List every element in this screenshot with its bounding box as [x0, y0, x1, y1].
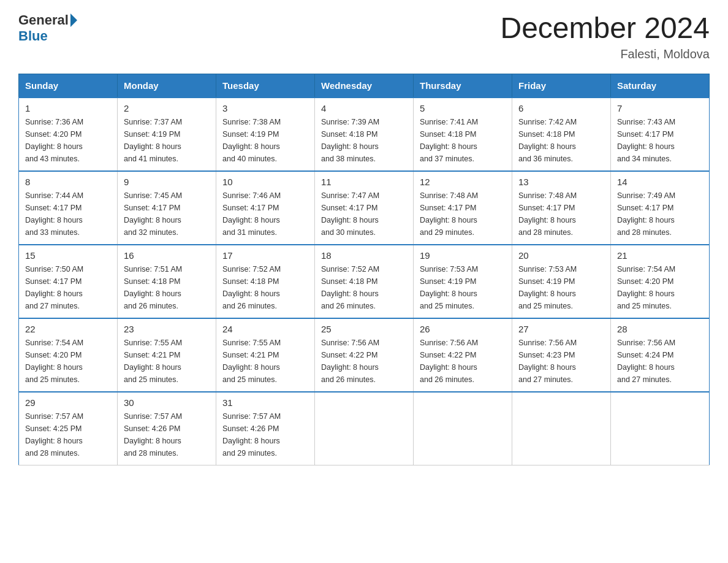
calendar-week-row: 1 Sunrise: 7:36 AM Sunset: 4:20 PM Dayli…: [19, 98, 710, 171]
day-number: 19: [420, 250, 506, 261]
day-info: Sunrise: 7:55 AM Sunset: 4:21 PM Dayligh…: [124, 337, 210, 386]
calendar-day-cell: 8 Sunrise: 7:44 AM Sunset: 4:17 PM Dayli…: [19, 171, 118, 245]
calendar-week-row: 15 Sunrise: 7:50 AM Sunset: 4:17 PM Dayl…: [19, 245, 710, 318]
day-info: Sunrise: 7:46 AM Sunset: 4:17 PM Dayligh…: [222, 190, 308, 239]
day-info: Sunrise: 7:54 AM Sunset: 4:20 PM Dayligh…: [617, 263, 703, 312]
day-info: Sunrise: 7:48 AM Sunset: 4:17 PM Dayligh…: [518, 190, 604, 239]
calendar-day-cell: 4 Sunrise: 7:39 AM Sunset: 4:18 PM Dayli…: [315, 98, 414, 171]
calendar-day-cell: 12 Sunrise: 7:48 AM Sunset: 4:17 PM Dayl…: [414, 171, 512, 245]
day-info: Sunrise: 7:56 AM Sunset: 4:22 PM Dayligh…: [420, 337, 506, 386]
day-info: Sunrise: 7:54 AM Sunset: 4:20 PM Dayligh…: [25, 337, 111, 386]
header-day-friday: Friday: [512, 74, 611, 98]
calendar-day-cell: 18 Sunrise: 7:52 AM Sunset: 4:18 PM Dayl…: [315, 245, 414, 318]
calendar-day-cell: 21 Sunrise: 7:54 AM Sunset: 4:20 PM Dayl…: [611, 245, 710, 318]
day-number: 15: [25, 250, 111, 261]
day-info: Sunrise: 7:41 AM Sunset: 4:18 PM Dayligh…: [420, 116, 506, 165]
logo-general-text: General: [18, 12, 69, 28]
day-number: 24: [222, 324, 308, 334]
calendar-day-cell: 2 Sunrise: 7:37 AM Sunset: 4:19 PM Dayli…: [118, 98, 216, 171]
day-number: 22: [25, 324, 111, 334]
calendar-day-cell: 26 Sunrise: 7:56 AM Sunset: 4:22 PM Dayl…: [414, 318, 512, 392]
day-number: 21: [617, 250, 703, 261]
header-day-tuesday: Tuesday: [216, 74, 315, 98]
day-number: 2: [124, 103, 210, 113]
calendar-day-cell: 17 Sunrise: 7:52 AM Sunset: 4:18 PM Dayl…: [216, 245, 315, 318]
day-number: 4: [321, 103, 407, 113]
day-info: Sunrise: 7:55 AM Sunset: 4:21 PM Dayligh…: [222, 337, 308, 386]
day-number: 7: [617, 103, 703, 113]
day-info: Sunrise: 7:44 AM Sunset: 4:17 PM Dayligh…: [25, 190, 111, 239]
day-info: Sunrise: 7:42 AM Sunset: 4:18 PM Dayligh…: [518, 116, 604, 165]
calendar-day-cell: 19 Sunrise: 7:53 AM Sunset: 4:19 PM Dayl…: [414, 245, 512, 318]
calendar-day-cell: 23 Sunrise: 7:55 AM Sunset: 4:21 PM Dayl…: [118, 318, 216, 392]
day-info: Sunrise: 7:56 AM Sunset: 4:24 PM Dayligh…: [617, 337, 703, 386]
day-number: 28: [617, 324, 703, 334]
day-info: Sunrise: 7:45 AM Sunset: 4:17 PM Dayligh…: [124, 190, 210, 239]
day-number: 23: [124, 324, 210, 334]
location-text: Falesti, Moldova: [500, 47, 710, 61]
calendar-day-cell: 13 Sunrise: 7:48 AM Sunset: 4:17 PM Dayl…: [512, 171, 611, 245]
calendar-week-row: 29 Sunrise: 7:57 AM Sunset: 4:25 PM Dayl…: [19, 392, 710, 465]
calendar-day-cell: 15 Sunrise: 7:50 AM Sunset: 4:17 PM Dayl…: [19, 245, 118, 318]
day-number: 11: [321, 177, 407, 187]
header-day-wednesday: Wednesday: [315, 74, 414, 98]
logo-blue-text: Blue: [18, 28, 48, 44]
calendar-day-cell: 16 Sunrise: 7:51 AM Sunset: 4:18 PM Dayl…: [118, 245, 216, 318]
day-number: 13: [518, 177, 604, 187]
day-number: 6: [518, 103, 604, 113]
calendar-day-cell: 20 Sunrise: 7:53 AM Sunset: 4:19 PM Dayl…: [512, 245, 611, 318]
day-number: 9: [124, 177, 210, 187]
day-info: Sunrise: 7:43 AM Sunset: 4:17 PM Dayligh…: [617, 116, 703, 165]
day-number: 30: [124, 397, 210, 408]
calendar-week-row: 22 Sunrise: 7:54 AM Sunset: 4:20 PM Dayl…: [19, 318, 710, 392]
day-info: Sunrise: 7:50 AM Sunset: 4:17 PM Dayligh…: [25, 263, 111, 312]
day-info: Sunrise: 7:52 AM Sunset: 4:18 PM Dayligh…: [321, 263, 407, 312]
day-info: Sunrise: 7:51 AM Sunset: 4:18 PM Dayligh…: [124, 263, 210, 312]
day-number: 17: [222, 250, 308, 261]
header-day-monday: Monday: [118, 74, 216, 98]
header-day-thursday: Thursday: [414, 74, 512, 98]
calendar-day-cell: 30 Sunrise: 7:57 AM Sunset: 4:26 PM Dayl…: [118, 392, 216, 465]
calendar-day-cell: 5 Sunrise: 7:41 AM Sunset: 4:18 PM Dayli…: [414, 98, 512, 171]
calendar-day-cell: 9 Sunrise: 7:45 AM Sunset: 4:17 PM Dayli…: [118, 171, 216, 245]
calendar-table: SundayMondayTuesdayWednesdayThursdayFrid…: [18, 74, 710, 466]
day-number: 5: [420, 103, 506, 113]
day-number: 27: [518, 324, 604, 334]
calendar-day-cell: 10 Sunrise: 7:46 AM Sunset: 4:17 PM Dayl…: [216, 171, 315, 245]
calendar-day-cell: 3 Sunrise: 7:38 AM Sunset: 4:19 PM Dayli…: [216, 98, 315, 171]
calendar-day-cell: 29 Sunrise: 7:57 AM Sunset: 4:25 PM Dayl…: [19, 392, 118, 465]
day-number: 8: [25, 177, 111, 187]
day-info: Sunrise: 7:57 AM Sunset: 4:26 PM Dayligh…: [124, 410, 210, 459]
day-info: Sunrise: 7:39 AM Sunset: 4:18 PM Dayligh…: [321, 116, 407, 165]
day-info: Sunrise: 7:36 AM Sunset: 4:20 PM Dayligh…: [25, 116, 111, 165]
day-number: 18: [321, 250, 407, 261]
day-number: 16: [124, 250, 210, 261]
calendar-day-cell: [315, 392, 414, 465]
day-number: 29: [25, 397, 111, 408]
day-info: Sunrise: 7:38 AM Sunset: 4:19 PM Dayligh…: [222, 116, 308, 165]
day-number: 12: [420, 177, 506, 187]
calendar-day-cell: [414, 392, 512, 465]
calendar-header-row: SundayMondayTuesdayWednesdayThursdayFrid…: [19, 74, 710, 98]
calendar-day-cell: 22 Sunrise: 7:54 AM Sunset: 4:20 PM Dayl…: [19, 318, 118, 392]
logo: General Blue: [18, 12, 77, 44]
day-info: Sunrise: 7:53 AM Sunset: 4:19 PM Dayligh…: [518, 263, 604, 312]
day-info: Sunrise: 7:47 AM Sunset: 4:17 PM Dayligh…: [321, 190, 407, 239]
calendar-day-cell: 14 Sunrise: 7:49 AM Sunset: 4:17 PM Dayl…: [611, 171, 710, 245]
day-info: Sunrise: 7:53 AM Sunset: 4:19 PM Dayligh…: [420, 263, 506, 312]
day-number: 20: [518, 250, 604, 261]
day-number: 26: [420, 324, 506, 334]
header-day-sunday: Sunday: [19, 74, 118, 98]
calendar-day-cell: 11 Sunrise: 7:47 AM Sunset: 4:17 PM Dayl…: [315, 171, 414, 245]
day-number: 14: [617, 177, 703, 187]
calendar-day-cell: 24 Sunrise: 7:55 AM Sunset: 4:21 PM Dayl…: [216, 318, 315, 392]
calendar-day-cell: 6 Sunrise: 7:42 AM Sunset: 4:18 PM Dayli…: [512, 98, 611, 171]
calendar-day-cell: [512, 392, 611, 465]
calendar-week-row: 8 Sunrise: 7:44 AM Sunset: 4:17 PM Dayli…: [19, 171, 710, 245]
calendar-day-cell: 28 Sunrise: 7:56 AM Sunset: 4:24 PM Dayl…: [611, 318, 710, 392]
day-info: Sunrise: 7:56 AM Sunset: 4:23 PM Dayligh…: [518, 337, 604, 386]
day-info: Sunrise: 7:37 AM Sunset: 4:19 PM Dayligh…: [124, 116, 210, 165]
month-title: December 2024: [500, 12, 710, 45]
header-day-saturday: Saturday: [611, 74, 710, 98]
day-number: 31: [222, 397, 308, 408]
